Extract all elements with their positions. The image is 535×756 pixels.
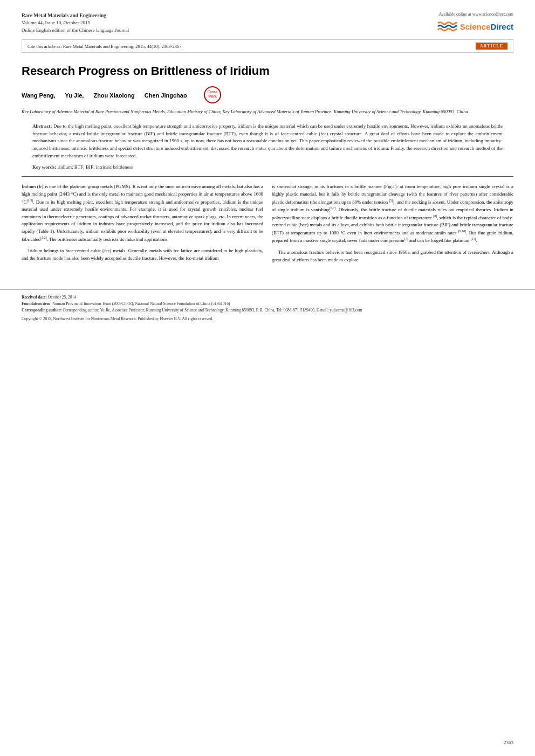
- page-header: Rare Metal Materials and Engineering Vol…: [0, 0, 535, 39]
- article-badge: ARTICLE: [476, 43, 507, 50]
- article-title: Research Progress on Brittleness of Irid…: [22, 64, 513, 79]
- main-content: Research Progress on Brittleness of Irid…: [0, 53, 535, 279]
- abstract-box: Abstract: Due to the high melting point,…: [22, 123, 513, 170]
- affiliation: Key Laboratory of Advance Material of Ra…: [22, 108, 513, 115]
- sd-science-text: Science: [460, 22, 491, 31]
- footer-foundation: Foundation item: Yunnan Provincial Innov…: [22, 301, 513, 307]
- footer-received: Received date: October 25, 2014: [22, 294, 513, 301]
- crossmark-logo: Cross Mark: [203, 86, 222, 105]
- cite-value: Rare Metal Materials and Engineering, 20…: [63, 44, 183, 49]
- author-3: Zhou Xiaolong: [93, 92, 134, 99]
- keywords-label: Key words:: [32, 164, 56, 170]
- journal-title: Rare Metal Materials and Engineering: [22, 12, 129, 19]
- footer-foundation-value: Yunnan Provincial Innovation Team (2009C…: [53, 301, 230, 306]
- journal-edition: Online English edition of the Chinese la…: [22, 27, 129, 34]
- cite-text: Cite this article as: Rare Metal Materia…: [28, 44, 183, 49]
- author-2: Yu Jie,: [65, 92, 84, 99]
- svg-text:Mark: Mark: [208, 94, 217, 98]
- sd-brand: ScienceDirect: [437, 19, 513, 34]
- journal-info: Rare Metal Materials and Engineering Vol…: [22, 12, 129, 34]
- author-1: Wang Peng,: [22, 92, 56, 99]
- citation-bar: Cite this article as: Rare Metal Materia…: [22, 39, 513, 53]
- footer-foundation-label: Foundation item:: [22, 301, 53, 306]
- author-4: Chen Jingchao: [145, 92, 187, 99]
- keywords-content: iridium; BTF; BIF; intrinsic brittleness: [58, 164, 133, 170]
- abstract-content: Due to the high melting point, excellent…: [32, 123, 503, 159]
- svg-text:Cross: Cross: [208, 90, 218, 94]
- footer-section: Received date: October 25, 2014 Foundati…: [0, 289, 535, 327]
- footer-corresponding: Corresponding author: Corresponding auth…: [22, 307, 513, 314]
- body-col-left: Iridium (Ir) is one of the platinum grou…: [22, 183, 263, 268]
- cite-label: Cite this article as:: [28, 44, 62, 49]
- sciencedirect-logo: Available online at www.sciencedirect.co…: [437, 12, 513, 34]
- body-columns: Iridium (Ir) is one of the platinum grou…: [22, 183, 513, 268]
- body-para-left-1: Iridium (Ir) is one of the platinum grou…: [22, 183, 263, 243]
- page-number: 2363: [504, 740, 513, 745]
- sd-direct-text: Direct: [490, 22, 513, 31]
- sciencedirect-waves-icon: [437, 19, 457, 34]
- footer-received-label: Received date:: [22, 295, 48, 300]
- journal-volume: Volume 44, Issue 10, October 2015: [22, 19, 129, 27]
- abstract-text: Abstract: Due to the high melting point,…: [32, 123, 503, 161]
- body-para-right-2: The anomalous fracture behaviors had bee…: [272, 249, 513, 263]
- body-para-right-1: is somewhat strange, as its fractures in…: [272, 183, 513, 245]
- footer-corresponding-label: Corresponding author:: [22, 308, 63, 313]
- authors-line: Wang Peng, Yu Jie, Zhou Xiaolong Chen Ji…: [22, 86, 513, 105]
- footer-received-date: October 25, 2014: [48, 295, 76, 300]
- footer-corresponding-value: Corresponding author: Yu Jie, Associate …: [63, 308, 362, 313]
- keywords-line: Key words: iridium; BTF; BIF; intrinsic …: [32, 164, 503, 170]
- footer-copyright: Copyright © 2015, Northwest Institute fo…: [22, 316, 513, 322]
- sd-available-text: Available online at www.sciencedirect.co…: [438, 12, 513, 17]
- body-para-left-2: Iridium belongs to face-centred cubic (f…: [22, 247, 263, 262]
- section-divider: [22, 176, 513, 177]
- crossmark-icon: Cross Mark: [203, 86, 222, 104]
- body-col-right: is somewhat strange, as its fractures in…: [272, 183, 513, 268]
- abstract-label: Abstract:: [32, 123, 52, 129]
